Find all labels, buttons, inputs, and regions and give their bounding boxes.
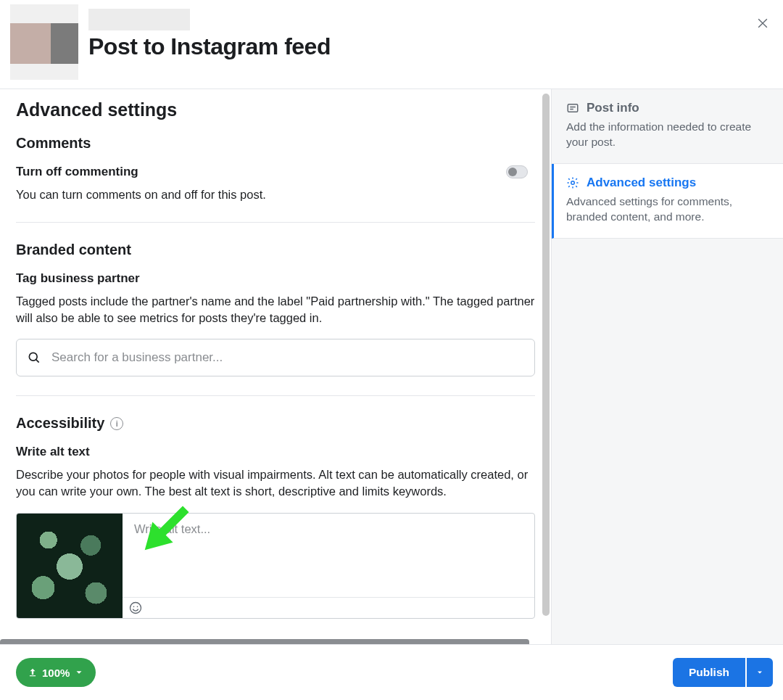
sidebar-item-post-info[interactable]: Post info Add the information needed to …: [552, 89, 783, 164]
subsection-heading-branded-content: Branded content: [16, 242, 535, 258]
sidebar-item-advanced-settings[interactable]: Advanced settings Advanced settings for …: [552, 164, 783, 239]
sidebar-item-label: Post info: [587, 101, 639, 115]
search-icon: [27, 350, 41, 365]
post-image-thumbnail: [17, 514, 123, 619]
chevron-down-icon: [755, 668, 764, 677]
sidebar: Post info Add the information needed to …: [551, 89, 783, 644]
svg-rect-5: [568, 104, 578, 112]
svg-point-1: [130, 602, 141, 613]
publish-button-group: Publish: [673, 658, 773, 687]
account-name-redacted: [88, 9, 190, 30]
publish-dropdown-button[interactable]: [747, 658, 773, 687]
upload-percent-label: 100%: [42, 667, 70, 679]
info-icon[interactable]: i: [110, 417, 123, 430]
accessibility-description: Describe your photos for people with vis…: [16, 466, 535, 500]
branded-description: Tagged posts include the partner's name …: [16, 293, 535, 326]
divider: [16, 395, 535, 396]
upload-status-button[interactable]: 100%: [16, 658, 96, 687]
svg-point-3: [137, 606, 138, 607]
close-button[interactable]: [753, 13, 773, 33]
upload-icon: [28, 667, 38, 678]
setting-label-write-alt-text: Write alt text: [16, 445, 535, 459]
emoji-icon: [128, 601, 143, 615]
sidebar-item-label: Advanced settings: [587, 176, 696, 190]
alt-text-input[interactable]: [134, 522, 523, 588]
setting-label-turn-off-commenting: Turn off commenting: [16, 165, 138, 179]
comments-description: You can turn comments on and off for thi…: [16, 186, 535, 203]
scrollbar-horizontal[interactable]: [0, 639, 529, 644]
svg-point-2: [133, 606, 135, 607]
dialog-header: Post to Instagram feed: [0, 0, 783, 89]
chevron-down-icon: [74, 667, 84, 678]
toggle-turn-off-commenting[interactable]: [506, 165, 528, 178]
close-icon: [755, 16, 770, 30]
svg-point-6: [571, 181, 575, 185]
post-info-icon: [566, 102, 579, 115]
svg-rect-7: [30, 675, 36, 676]
emoji-picker-button[interactable]: [128, 601, 143, 615]
scrollbar-vertical[interactable]: [542, 94, 550, 616]
account-thumbnail: [10, 4, 78, 80]
svg-point-0: [29, 353, 37, 361]
setting-label-tag-business-partner: Tag business partner: [16, 271, 535, 286]
subsection-heading-accessibility: Accessibility: [16, 415, 104, 432]
subsection-heading-comments: Comments: [16, 135, 535, 152]
sidebar-item-description: Add the information needed to create you…: [566, 120, 768, 150]
publish-button[interactable]: Publish: [673, 658, 745, 687]
divider: [16, 222, 535, 223]
business-partner-search-input[interactable]: [51, 350, 524, 365]
alt-text-editor: [16, 513, 535, 619]
business-partner-search[interactable]: [16, 339, 535, 376]
section-heading-advanced-settings: Advanced settings: [16, 99, 535, 120]
footer-bar: 100% Publish: [0, 644, 783, 700]
main-panel: Advanced settings Comments Turn off comm…: [0, 89, 551, 644]
page-title: Post to Instagram feed: [88, 33, 331, 60]
sidebar-item-description: Advanced settings for comments, branded …: [566, 194, 768, 225]
gear-icon: [566, 176, 579, 189]
